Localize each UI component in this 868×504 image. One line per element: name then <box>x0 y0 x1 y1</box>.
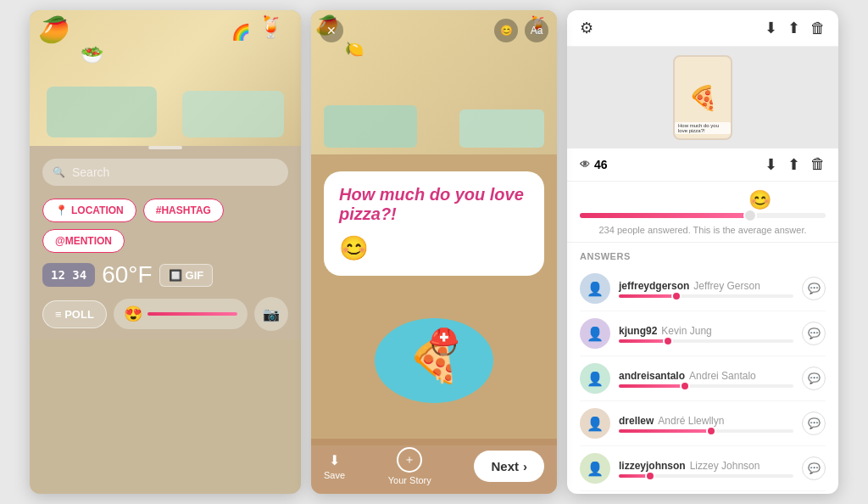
answers-header: ANSWERS <box>580 243 826 266</box>
views-number: 46 <box>594 158 608 171</box>
close-story-button[interactable]: ✕ <box>320 19 343 42</box>
reply-button[interactable]: 💬 <box>802 367 826 390</box>
next-label: Next <box>491 459 519 473</box>
reply-button[interactable]: 💬 <box>802 412 826 435</box>
answer-username: drellew <box>619 415 654 427</box>
answer-avatar: 👤 <box>580 363 610 394</box>
quiz-emoji: 😊 <box>339 234 529 262</box>
camera-button[interactable]: 📷 <box>254 297 288 331</box>
next-chevron-icon: › <box>523 459 527 473</box>
answer-username: jeffreydgerson <box>619 280 689 292</box>
p2-tray-1 <box>324 105 417 148</box>
slider-track <box>147 312 237 316</box>
p2-food-3: 🍋 <box>345 40 364 59</box>
answer-info: drellew André Llewllyn <box>619 415 793 433</box>
answer-avatar: 👤 <box>580 318 610 349</box>
answer-names: drellew André Llewllyn <box>619 415 793 427</box>
answer-username: andreisantalo <box>619 370 685 382</box>
share-icon[interactable]: ⬆ <box>787 19 800 37</box>
clock-sticker[interactable]: 12 34 <box>42 263 95 287</box>
answer-item: 👤 andreisantalo Andrei Santalo 💬 <box>580 356 826 401</box>
answer-fill <box>619 429 715 433</box>
answer-item: 👤 lizzeyjohnson Lizzey Johnson 💬 <box>580 446 826 491</box>
settings-icon[interactable]: ⚙ <box>580 19 593 37</box>
sticker-tag-row: 📍 LOCATION #HASHTAG @MENTION <box>42 199 288 253</box>
answer-info: andreisantalo Andrei Santalo <box>619 370 793 388</box>
next-button[interactable]: Next › <box>474 451 544 482</box>
average-slider-fill <box>580 213 752 218</box>
answer-item: 👤 drellew André Llewllyn 💬 <box>580 401 826 446</box>
answer-dot <box>706 426 716 436</box>
mention-label: @MENTION <box>55 235 112 247</box>
save-button[interactable]: ⬇ Save <box>324 452 345 480</box>
mention-sticker[interactable]: @MENTION <box>42 229 125 253</box>
quiz-question-text: How much do you love pizza?! <box>339 185 529 224</box>
location-sticker[interactable]: 📍 LOCATION <box>42 199 136 222</box>
answer-names: jeffreydgerson Jeffrey Gerson <box>619 280 793 292</box>
gif-sticker[interactable]: 🔲 GIF <box>159 264 214 287</box>
quiz-sticker-card: How much do you love pizza?! 😊 <box>324 171 544 276</box>
story-action-icons: 😊 Aa <box>494 19 548 42</box>
answer-info: jeffreydgerson Jeffrey Gerson <box>619 280 793 298</box>
viking-helmet: ⛑️ <box>428 327 459 356</box>
search-icon: 🔍 <box>53 166 65 178</box>
stat-trash-icon[interactable]: 🗑 <box>810 155 826 174</box>
food-decoration-2: 🍹 <box>258 14 284 39</box>
average-answer-text: 234 people answered. This is the average… <box>580 225 826 235</box>
sticker-picker-panel: 🥭 🍹 🥗 🌈 🔍 Search 📍 LOCATION #HASHTAG <box>30 10 301 494</box>
food-decoration-1: 🥭 <box>38 14 70 44</box>
views-count-display: 👁 46 <box>580 158 608 171</box>
location-pin-icon: 📍 <box>55 204 68 216</box>
gif-label: GIF <box>186 269 204 282</box>
food-decoration-3: 🥗 <box>81 44 103 66</box>
your-story-label: Your Story <box>388 475 431 485</box>
answer-slider <box>619 294 793 298</box>
stat-download-icon[interactable]: ⬇ <box>765 155 777 174</box>
download-icon[interactable]: ⬇ <box>765 19 777 37</box>
clock-row: 12 34 60°F 🔲 GIF <box>42 261 288 288</box>
sticker-search-bar[interactable]: 🔍 Search <box>42 159 288 186</box>
tray-decoration-2 <box>182 91 284 137</box>
text-icon-button[interactable]: Aa <box>525 19 548 42</box>
insights-panel: ⚙ ⬇ ⬆ 🗑 🍕 How much do you love pizza?! 👁… <box>567 10 838 494</box>
pizza-scene: 🍕 ⛑️ <box>320 284 548 437</box>
save-label: Save <box>324 470 345 480</box>
answer-dot <box>680 381 690 391</box>
answer-item: 👤 jeffreydgerson Jeffrey Gerson 💬 <box>580 266 826 311</box>
story-panel: 🥭 🍹 🍋 ✕ 😊 Aa How much do you love pizza?… <box>311 10 557 494</box>
pizza-character: 🍕 ⛑️ <box>375 318 493 403</box>
story-content-area: How much do you love pizza?! 😊 🍕 ⛑️ <box>311 154 557 445</box>
sticker-icon-button[interactable]: 😊 <box>494 19 518 42</box>
temperature-sticker[interactable]: 60°F <box>102 261 152 288</box>
average-slider-track: 😊 <box>580 213 826 218</box>
p2-tray-2 <box>459 109 544 148</box>
stat-action-icons: ⬇ ⬆ 🗑 <box>765 155 826 174</box>
answer-fullname: Lizzey Johnson <box>690 460 760 472</box>
sticker-options-area: 🔍 Search 📍 LOCATION #HASHTAG @MENTION 12… <box>30 146 301 339</box>
story-stats-bar: 👁 46 ⬇ ⬆ 🗑 <box>567 148 838 182</box>
reply-button[interactable]: 💬 <box>802 322 826 345</box>
answer-fullname: Andrei Santalo <box>689 370 756 382</box>
emoji-slider-sticker[interactable]: 😍 <box>114 299 248 329</box>
poll-sticker[interactable]: ≡ POLL <box>42 300 107 328</box>
reply-button[interactable]: 💬 <box>802 277 826 300</box>
answer-item: 👤 emmatomperino Emma Tomperino 💬 <box>580 491 826 494</box>
answer-username: kjung92 <box>619 325 657 337</box>
stat-share-icon[interactable]: ⬆ <box>787 155 800 174</box>
add-story-icon: ＋ <box>397 447 422 473</box>
story-bottom-bar: ⬇ Save ＋ Your Story Next › <box>311 439 557 494</box>
answer-slider <box>619 384 793 388</box>
story-top-icons: ✕ 😊 Aa <box>320 19 548 42</box>
hashtag-sticker[interactable]: #HASHTAG <box>143 199 224 222</box>
poll-row: ≡ POLL 😍 📷 <box>42 297 288 331</box>
thumb-pizza-icon: 🍕 <box>688 84 718 112</box>
temp-value: 60°F <box>102 261 152 288</box>
answer-fullname: Jeffrey Gerson <box>693 280 760 292</box>
reply-button[interactable]: 💬 <box>802 456 826 480</box>
answer-item: 👤 kjung92 Kevin Jung 💬 <box>580 311 826 356</box>
answer-info: kjung92 Kevin Jung <box>619 325 793 343</box>
gif-icon: 🔲 <box>169 269 182 282</box>
location-label: LOCATION <box>71 204 124 216</box>
delete-icon[interactable]: 🗑 <box>810 20 826 37</box>
your-story-button[interactable]: ＋ Your Story <box>388 447 431 485</box>
